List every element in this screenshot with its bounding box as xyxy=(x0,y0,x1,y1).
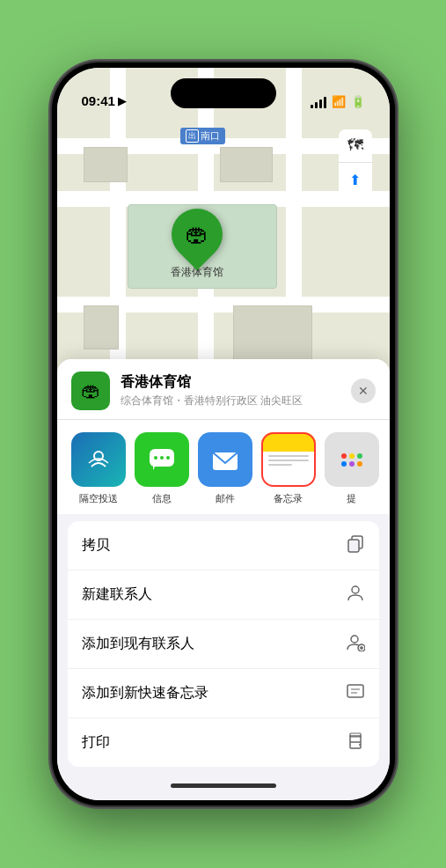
sheet-header: 🏟 香港体育馆 综合体育馆・香港特别行政区 油尖旺区 ✕ xyxy=(57,359,390,420)
action-add-contact-label: 添加到现有联系人 xyxy=(82,635,194,653)
mail-label: 邮件 xyxy=(216,492,235,505)
share-item-more[interactable]: 提 xyxy=(325,432,379,505)
home-indicator xyxy=(57,770,390,800)
share-item-messages[interactable]: 信息 xyxy=(135,432,189,505)
map-controls: 🗺 ⬆ xyxy=(339,129,372,196)
home-bar xyxy=(171,783,276,788)
more-icon xyxy=(325,432,379,487)
messages-icon xyxy=(135,432,189,487)
notes-label: 备忘录 xyxy=(274,492,303,505)
battery-icon: 🔋 xyxy=(351,95,365,108)
new-contact-icon xyxy=(346,583,365,607)
copy-icon xyxy=(346,533,365,557)
action-print[interactable]: 打印 xyxy=(68,718,379,767)
action-quick-note-label: 添加到新快速备忘录 xyxy=(82,684,208,702)
airdrop-label: 隔空投送 xyxy=(79,492,118,505)
location-icon: ▶ xyxy=(118,95,126,107)
notes-icon xyxy=(261,432,316,487)
quick-note-icon xyxy=(346,681,365,705)
share-item-mail[interactable]: 邮件 xyxy=(198,432,252,505)
more-label: 提 xyxy=(347,492,356,505)
share-item-airdrop[interactable]: 隔空投送 xyxy=(71,432,126,505)
action-copy[interactable]: 拷贝 xyxy=(68,521,379,570)
action-print-label: 打印 xyxy=(82,733,110,752)
wifi-icon: 📶 xyxy=(332,95,346,108)
notes-icon-container xyxy=(261,432,316,487)
venue-pin-icon: 🏟 xyxy=(186,221,208,248)
map-type-button[interactable]: 🗺 xyxy=(339,129,372,163)
svg-point-9 xyxy=(352,586,359,593)
phone-screen: 09:41 ▶ 📶 🔋 xyxy=(57,68,390,800)
action-quick-note[interactable]: 添加到新快速备忘录 xyxy=(68,669,379,718)
svg-rect-19 xyxy=(350,733,361,737)
dynamic-island xyxy=(171,78,276,108)
add-contact-icon xyxy=(346,632,365,656)
venue-name: 香港体育馆 xyxy=(121,373,340,392)
action-list: 拷贝 新建联系人 xyxy=(68,521,379,767)
action-new-contact-label: 新建联系人 xyxy=(82,585,152,604)
action-new-contact[interactable]: 新建联系人 xyxy=(68,570,379,620)
airdrop-icon xyxy=(71,432,126,487)
svg-rect-8 xyxy=(348,540,359,552)
action-add-contact[interactable]: 添加到现有联系人 xyxy=(68,620,379,669)
messages-label: 信息 xyxy=(152,492,172,505)
venue-icon: 🏟 xyxy=(71,371,110,410)
mail-icon xyxy=(198,432,252,487)
bottom-sheet: 🏟 香港体育馆 综合体育馆・香港特别行政区 油尖旺区 ✕ xyxy=(57,359,390,800)
share-item-notes[interactable]: 备忘录 xyxy=(261,432,316,505)
svg-point-4 xyxy=(160,456,164,460)
phone-frame: 09:41 ▶ 📶 🔋 xyxy=(52,63,395,805)
signal-icon xyxy=(311,96,326,108)
location-button[interactable]: ⬆ xyxy=(339,163,372,196)
venue-pin: 🏟 香港体育馆 xyxy=(171,209,223,280)
svg-point-5 xyxy=(166,456,170,460)
share-row: 隔空投送 信息 xyxy=(57,420,390,514)
action-copy-label: 拷贝 xyxy=(82,536,110,555)
svg-point-20 xyxy=(359,744,361,746)
svg-point-11 xyxy=(351,636,358,643)
venue-desc: 综合体育馆・香港特别行政区 油尖旺区 xyxy=(121,394,340,408)
svg-point-3 xyxy=(154,456,157,460)
map-south-label: 出 南口 xyxy=(180,128,225,144)
venue-info: 香港体育馆 综合体育馆・香港特别行政区 油尖旺区 xyxy=(121,373,340,408)
print-icon xyxy=(346,731,365,754)
status-time: 09:41 ▶ xyxy=(82,93,126,108)
svg-rect-15 xyxy=(347,685,363,697)
status-icons: 📶 🔋 xyxy=(311,95,365,108)
close-button[interactable]: ✕ xyxy=(351,379,376,403)
svg-rect-10 xyxy=(353,598,358,600)
